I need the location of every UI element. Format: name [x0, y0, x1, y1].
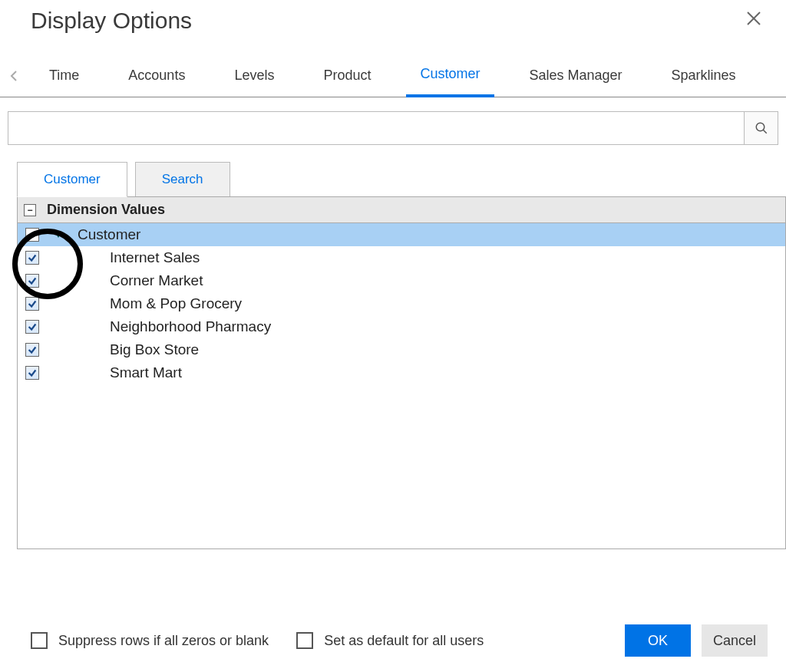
tree-label-child: Mom & Pop Grocery [110, 295, 242, 312]
tree-checkbox-child[interactable] [25, 251, 39, 265]
tree-checkbox-root[interactable] [25, 228, 39, 242]
tab-sales-manager[interactable]: Sales Manager [516, 68, 636, 96]
set-default-label: Set as default for all users [324, 633, 484, 649]
tab-levels[interactable]: Levels [220, 68, 288, 96]
tree-header-label: Dimension Values [47, 202, 165, 218]
tab-customer[interactable]: Customer [406, 66, 494, 97]
suppress-rows-label: Suppress rows if all zeros or blank [58, 633, 269, 649]
tree-label-child: Big Box Store [110, 341, 199, 358]
svg-line-3 [763, 130, 767, 133]
tree-label-child: Internet Sales [110, 249, 200, 266]
dimension-tree-panel: − Dimension Values Customer Internet Sal… [17, 196, 786, 549]
tree-row-child[interactable]: Neighborhood Pharmacy [18, 315, 785, 338]
close-icon [745, 9, 763, 28]
search-input[interactable] [8, 111, 745, 145]
set-default-option[interactable]: Set as default for all users [296, 632, 484, 649]
tree-checkbox-child[interactable] [25, 320, 39, 334]
tree-expand-toggle[interactable] [54, 232, 62, 238]
tree-row-child[interactable]: Mom & Pop Grocery [18, 292, 785, 315]
tree-label-child: Neighborhood Pharmacy [110, 318, 271, 335]
tab-accounts[interactable]: Accounts [114, 68, 199, 96]
tree-checkbox-child[interactable] [25, 297, 39, 311]
tree-collapse-all[interactable]: − [24, 204, 36, 216]
chevron-left-icon [9, 70, 18, 82]
tree-label-root: Customer [78, 226, 140, 243]
suppress-rows-option[interactable]: Suppress rows if all zeros or blank [31, 632, 269, 649]
suppress-rows-checkbox[interactable] [31, 632, 48, 649]
main-tabs: Time Accounts Levels Product Customer Sa… [0, 65, 786, 97]
tabs-scroll-left[interactable] [6, 70, 25, 92]
tree-header: − Dimension Values [18, 197, 785, 223]
tree-label-child: Corner Market [110, 272, 203, 289]
tab-sparklines[interactable]: Sparklines [658, 68, 750, 96]
tree-row-child[interactable]: Big Box Store [18, 338, 785, 361]
tree-row-child[interactable]: Corner Market [18, 269, 785, 292]
cancel-button[interactable]: Cancel [702, 624, 768, 657]
tree-checkbox-child[interactable] [25, 366, 39, 380]
search-button[interactable] [745, 111, 778, 145]
svg-point-2 [756, 123, 765, 131]
tab-product[interactable]: Product [309, 68, 385, 96]
tree-row-child[interactable]: Smart Mart [18, 361, 785, 384]
ok-button[interactable]: OK [625, 624, 691, 657]
search-icon [755, 121, 768, 135]
sub-tabs: Customer Search [17, 162, 786, 197]
dialog-title: Display Options [31, 8, 192, 34]
tree-checkbox-child[interactable] [25, 343, 39, 357]
tab-time[interactable]: Time [35, 68, 93, 96]
tree-row-child[interactable]: Internet Sales [18, 246, 785, 269]
tree-checkbox-child[interactable] [25, 274, 39, 288]
subtab-customer[interactable]: Customer [17, 162, 127, 197]
set-default-checkbox[interactable] [296, 632, 313, 649]
tree-label-child: Smart Mart [110, 364, 182, 381]
subtab-search[interactable]: Search [135, 162, 230, 197]
tree-row-root[interactable]: Customer [18, 223, 785, 246]
close-button[interactable] [737, 6, 771, 35]
